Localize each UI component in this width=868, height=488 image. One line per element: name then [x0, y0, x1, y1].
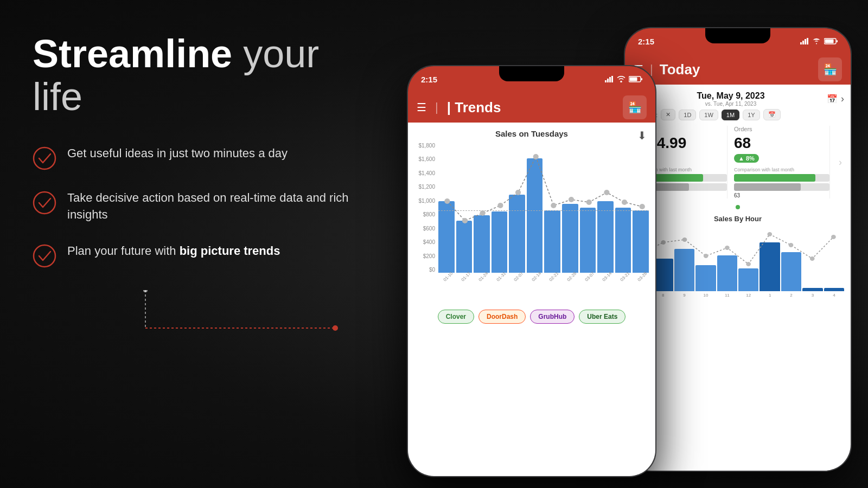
check-icon-2 — [33, 191, 56, 215]
bar-2 — [456, 221, 473, 273]
pill-clover[interactable]: Clover — [438, 310, 474, 324]
feature-text-2: Take decisive action based on real-time … — [67, 190, 369, 223]
bar-5 — [509, 195, 525, 273]
svg-point-19 — [746, 262, 751, 266]
comp-label-2: Comparison with last month — [734, 167, 829, 172]
svg-rect-25 — [607, 79, 609, 82]
bar-4 — [492, 211, 508, 273]
feature-text-1: Get useful ideas in just two minutes a d… — [67, 145, 288, 162]
phone-trends-app-header: ☰ | | Trends 🏪 — [408, 92, 655, 123]
sbh-bar-6 — [738, 268, 758, 291]
sales-by-hour: Sales By Hour — [631, 215, 844, 298]
comp-value-2: 63 — [734, 192, 829, 198]
chart-container: Sales on Tuesdays ⬇ $1,800 $1,600 $1,400… — [408, 123, 655, 476]
status-icons-back — [800, 38, 838, 44]
compare-btn-1w[interactable]: 1W — [699, 110, 718, 120]
bar-3 — [474, 215, 490, 273]
y-axis: $1,800 $1,600 $1,400 $1,200 $1,000 $800 … — [414, 143, 437, 273]
wifi-icon — [812, 38, 821, 44]
calendar-icon[interactable]: 📅 — [827, 94, 838, 104]
svg-point-41 — [622, 200, 627, 205]
sbh-bar-7 — [760, 242, 780, 291]
feature-item-1: Get useful ideas in just two minutes a d… — [33, 145, 369, 170]
svg-point-34 — [497, 203, 503, 208]
sbh-bar-4 — [695, 265, 716, 291]
compare-btn-x[interactable]: ✕ — [661, 109, 675, 120]
feature-text-3: Plan your future with big picture trends — [67, 243, 280, 260]
bar-6 — [527, 158, 543, 273]
orders-label: Orders — [734, 126, 829, 132]
compare-row: Compare: ✕ 1D 1W 1M 1Y 📅 — [631, 109, 844, 120]
sbh-x-label-9: 9 — [674, 293, 694, 298]
bar-11 — [615, 208, 631, 273]
today-body: ‹ Tue, May 9, 2023 vs. Tue, Apr 11, 2023… — [625, 85, 851, 471]
signal-icon — [800, 38, 809, 44]
signal-icon-front — [605, 76, 614, 82]
headline-bold: Streamline — [33, 32, 232, 75]
svg-point-1 — [34, 192, 55, 214]
orders-badge: ▲8% — [734, 154, 759, 163]
sbh-x-labels: 7 8 9 10 11 12 1 2 3 4 — [631, 293, 844, 298]
status-time-back: 2:15 — [638, 37, 654, 46]
today-app-icon: 🏪 — [818, 57, 842, 81]
dotted-connector — [135, 290, 341, 350]
chart-title: Sales on Tuesdays — [414, 129, 649, 138]
headline: Streamline your life — [33, 33, 369, 118]
bar-12 — [633, 210, 649, 273]
pill-doordash[interactable]: DoorDash — [478, 310, 526, 324]
compare-btn-1y[interactable]: 1Y — [743, 110, 760, 120]
orders-value: 68 — [734, 134, 829, 152]
comp-bar-fill-2 — [734, 174, 815, 182]
svg-point-17 — [704, 254, 709, 258]
svg-point-0 — [34, 147, 55, 169]
svg-rect-13 — [837, 40, 838, 42]
sbh-x-label-2: 2 — [781, 293, 801, 298]
svg-rect-24 — [605, 80, 607, 82]
wifi-icon-front — [617, 76, 626, 82]
compare-btn-1d[interactable]: 1D — [679, 110, 696, 120]
metrics-row: Sales $534.99 ▲5% Comparison with last m… — [631, 126, 844, 198]
sbh-bar-9 — [802, 288, 822, 291]
svg-rect-29 — [630, 78, 637, 81]
orders-comparison: Comparison with last month 63 — [734, 167, 829, 198]
phone-trends: 2:15 ☰ — [407, 65, 656, 477]
svg-rect-12 — [825, 40, 834, 43]
sbh-bar-8 — [781, 252, 801, 291]
comp-bar-track-2 — [734, 174, 829, 182]
trends-app-icon: 🏪 — [623, 95, 647, 119]
phone-trends-notch — [499, 66, 564, 81]
download-icon[interactable]: ⬇ — [637, 129, 647, 142]
sbh-title: Sales By Hour — [631, 215, 844, 223]
compare-btn-cal[interactable]: 📅 — [763, 109, 781, 120]
status-time-front: 2:15 — [421, 75, 437, 84]
bar-7 — [544, 210, 560, 273]
sbh-bar-5 — [717, 255, 737, 291]
date-main: Tue, May 9, 2023 — [697, 91, 764, 101]
svg-point-38 — [569, 197, 574, 202]
date-sub: vs. Tue, Apr 11, 2023 — [697, 101, 764, 107]
status-icons-front — [605, 76, 642, 82]
features-list: Get useful ideas in just two minutes a d… — [33, 145, 369, 268]
phone-today-app-header: ☰ | Today 🏪 — [625, 54, 851, 85]
svg-point-42 — [640, 204, 645, 209]
svg-point-37 — [551, 203, 556, 208]
sbh-x-label-4: 4 — [824, 293, 844, 298]
svg-point-22 — [810, 256, 815, 261]
svg-point-23 — [831, 235, 836, 239]
feature-item-3: Plan your future with big picture trends — [33, 243, 369, 268]
sbh-x-label-3: 3 — [802, 293, 822, 298]
bar-10 — [597, 201, 614, 273]
trends-header-title: | Trends — [447, 99, 616, 116]
sbh-x-label-11: 11 — [717, 293, 737, 298]
menu-icon[interactable]: ☰ — [417, 101, 426, 114]
svg-rect-27 — [611, 76, 613, 82]
phones-area: 2:15 ☰ — [380, 0, 868, 488]
next-arrow[interactable]: › — [841, 93, 844, 105]
svg-point-18 — [725, 246, 730, 250]
pill-grubhub[interactable]: GrubHub — [530, 310, 575, 324]
compare-btn-1m[interactable]: 1M — [722, 110, 739, 120]
avg-dashed-line — [438, 210, 649, 211]
svg-point-15 — [661, 240, 666, 245]
pill-ubereats[interactable]: Uber Eats — [579, 310, 626, 324]
bar-chart: $1,800 $1,600 $1,400 $1,200 $1,000 $800 … — [414, 143, 649, 294]
